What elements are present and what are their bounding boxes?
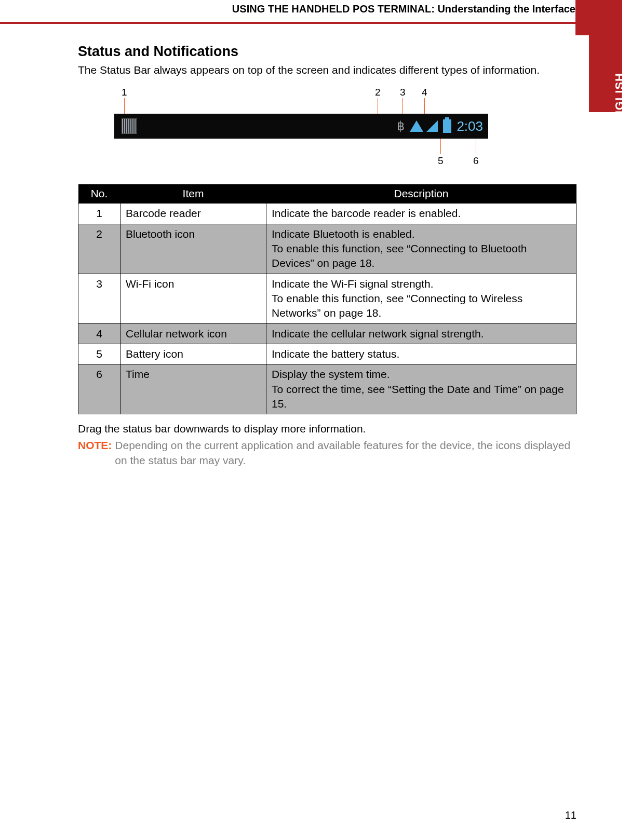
table-row: 1Barcode readerIndicate the barcode read… (78, 204, 576, 224)
content-area: Status and Notifications The Status Bar … (78, 44, 576, 468)
cell-no: 1 (78, 204, 120, 224)
after-text: Drag the status bar downwards to display… (78, 423, 576, 435)
cell-no: 2 (78, 224, 120, 274)
cell-desc: Indicate Bluetooth is enabled.To enable … (266, 224, 576, 274)
note-label: NOTE: (78, 438, 112, 468)
callout-line-1 (124, 98, 125, 114)
table-row: 3Wi-Fi iconIndicate the Wi-Fi signal str… (78, 274, 576, 323)
cell-item: Time (120, 364, 266, 414)
callout-4: 4 (422, 87, 427, 98)
callout-3: 3 (400, 87, 406, 98)
cell-no: 6 (78, 364, 120, 414)
statusbar-figure: 1 2 3 4 ฿ 2:03 5 6 (99, 87, 504, 175)
callout-line-3 (403, 98, 403, 114)
th-desc: Description (266, 184, 576, 204)
page: USING THE HANDHELD POS TERMINAL: Underst… (0, 0, 644, 840)
description-table: No. Item Description 1Barcode readerIndi… (78, 184, 576, 414)
cell-item: Cellular network icon (120, 323, 266, 344)
section-intro: The Status Bar always appears on top of … (78, 63, 576, 77)
cellular-icon (426, 120, 438, 132)
table-row: 5Battery iconIndicate the battery status… (78, 344, 576, 364)
cell-item: Barcode reader (120, 204, 266, 224)
cell-desc: Indicate the Wi-Fi signal strength.To en… (266, 274, 576, 323)
wifi-icon (410, 120, 423, 132)
statusbar-time: 2:03 (457, 118, 483, 134)
cell-item: Battery icon (120, 344, 266, 364)
barcode-icon (122, 118, 137, 134)
bluetooth-icon: ฿ (397, 119, 405, 133)
callout-line-2 (378, 98, 378, 114)
callout-6: 6 (473, 155, 479, 167)
cell-desc: Indicate the cellular network signal str… (266, 323, 576, 344)
page-number: 11 (565, 809, 576, 821)
callout-5: 5 (438, 155, 444, 167)
table-row: 4Cellular network iconIndicate the cellu… (78, 323, 576, 344)
note-line: NOTE: Depending on the current applicati… (78, 438, 576, 468)
cell-item: Wi-Fi icon (120, 274, 266, 323)
callout-line-5 (440, 139, 441, 154)
cell-item: Bluetooth icon (120, 224, 266, 274)
statusbar-mock: ฿ 2:03 (114, 114, 488, 139)
callout-1: 1 (122, 87, 127, 98)
header-title: USING THE HANDHELD POS TERMINAL: Underst… (232, 3, 575, 15)
callout-line-6 (476, 139, 476, 154)
callout-line-4 (424, 98, 425, 114)
header-rule (0, 22, 575, 24)
header-bar: USING THE HANDHELD POS TERMINAL: Underst… (0, 0, 644, 16)
cell-no: 3 (78, 274, 120, 323)
table-body: 1Barcode readerIndicate the barcode read… (78, 204, 576, 414)
table-row: 2Bluetooth iconIndicate Bluetooth is ena… (78, 224, 576, 274)
cell-desc: Indicate the barcode reader is enabled. (266, 204, 576, 224)
red-corner-decor (575, 0, 622, 35)
battery-icon (443, 119, 451, 133)
table-row: 6TimeDisplay the system time.To correct … (78, 364, 576, 414)
language-label: ENGLISH (613, 73, 626, 127)
th-no: No. (78, 184, 120, 204)
note-text: Depending on the current application and… (115, 438, 576, 468)
cell-desc: Display the system time.To correct the t… (266, 364, 576, 414)
cell-no: 4 (78, 323, 120, 344)
cell-desc: Indicate the battery status. (266, 344, 576, 364)
section-heading: Status and Notifications (78, 44, 576, 60)
th-item: Item (120, 184, 266, 204)
callout-2: 2 (375, 87, 381, 98)
cell-no: 5 (78, 344, 120, 364)
